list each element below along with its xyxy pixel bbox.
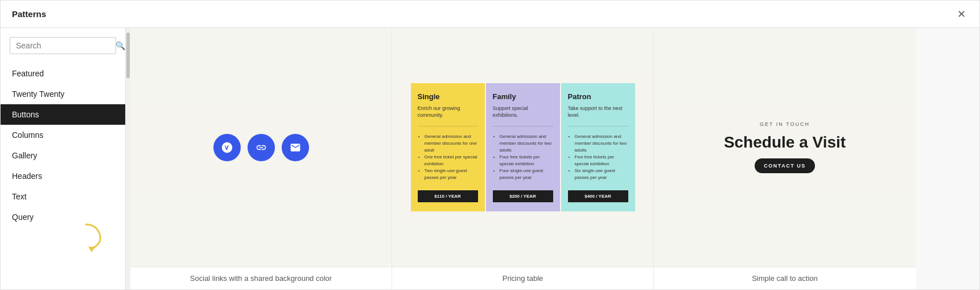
pricing-divider-single xyxy=(418,126,478,126)
main-content: Social links with a shared background co… xyxy=(130,28,979,289)
pattern-card-pricing[interactable]: Single Enrich our growing community. Gen… xyxy=(392,28,654,289)
modal-body: 🔍 Featured Twenty Twenty Buttons Columns… xyxy=(1,28,979,289)
feature-item: Six single-use guest passes per year xyxy=(575,168,628,181)
feature-item: Two single-use guest passes per year xyxy=(425,168,478,181)
pricing-price-patron: $400 / YEAR xyxy=(568,190,628,202)
modal-header: Patterns ✕ xyxy=(1,1,979,28)
email-social-btn xyxy=(282,134,309,161)
search-wrapper[interactable]: 🔍 xyxy=(10,37,116,54)
sidebar-item-headers[interactable]: Headers xyxy=(1,166,125,186)
patterns-modal: Patterns ✕ 🔍 Featured Twenty Twenty Butt… xyxy=(0,0,980,290)
social-links-preview xyxy=(130,100,392,195)
cta-inner: GET IN TOUCH Schedule a Visit CONTACT US xyxy=(724,121,846,173)
pricing-col-family: Family Support special exhibitions. Gene… xyxy=(486,83,560,211)
feature-item: Five free tickets per special exhibition xyxy=(575,154,628,168)
pattern-card-social-links[interactable]: Social links with a shared background co… xyxy=(130,28,392,289)
feature-item: General admission and member discounts f… xyxy=(575,133,628,154)
search-icon: 🔍 xyxy=(116,41,125,50)
pattern-label-social: Social links with a shared background co… xyxy=(130,267,392,289)
pricing-tagline-single: Enrich our growing community. xyxy=(418,105,478,119)
pricing-divider-family xyxy=(493,126,553,126)
pricing-col-single: Single Enrich our growing community. Gen… xyxy=(411,83,485,211)
close-button[interactable]: ✕ xyxy=(955,7,968,22)
pricing-table-preview: Single Enrich our growing community. Gen… xyxy=(392,72,653,222)
wordpress-social-btn xyxy=(213,134,241,161)
pricing-features-single: General admission and member discounts f… xyxy=(418,133,478,181)
pricing-tier-single: Single xyxy=(418,92,478,101)
pattern-preview-cta: GET IN TOUCH Schedule a Visit CONTACT US xyxy=(654,28,916,267)
sidebar: 🔍 Featured Twenty Twenty Buttons Columns… xyxy=(1,28,126,289)
sidebar-item-featured[interactable]: Featured xyxy=(1,63,125,84)
cta-heading: Schedule a Visit xyxy=(724,134,846,152)
pattern-card-cta[interactable]: GET IN TOUCH Schedule a Visit CONTACT US… xyxy=(654,28,916,289)
pricing-features-patron: General admission and member discounts f… xyxy=(568,133,628,181)
patterns-grid: Social links with a shared background co… xyxy=(130,28,916,289)
sidebar-item-gallery[interactable]: Gallery xyxy=(1,145,125,166)
cta-block-preview: GET IN TOUCH Schedule a Visit CONTACT US xyxy=(654,99,916,196)
pricing-price-family: $200 / YEAR xyxy=(493,190,553,202)
pricing-divider-patron xyxy=(568,126,628,126)
feature-item: General admission and member discounts f… xyxy=(425,133,478,154)
pricing-tier-patron: Patron xyxy=(568,92,628,101)
pattern-label-cta: Simple call to action xyxy=(654,267,916,289)
search-input[interactable] xyxy=(16,41,116,50)
arrow-decoration xyxy=(1,222,125,244)
sidebar-item-twenty-twenty[interactable]: Twenty Twenty xyxy=(1,84,125,104)
pricing-tier-family: Family xyxy=(493,92,553,101)
pattern-preview-social xyxy=(130,28,392,267)
cta-eyebrow: GET IN TOUCH xyxy=(760,121,810,127)
link-social-btn xyxy=(248,134,275,161)
scrollbar-track[interactable] xyxy=(126,28,130,289)
feature-item: Four free tickets per special exhibition xyxy=(500,154,553,168)
feature-item: One free ticket per special exhibition xyxy=(425,154,478,168)
modal-title: Patterns xyxy=(12,9,46,19)
feature-item: Four single-use guest passes per year xyxy=(500,168,553,181)
pricing-features-family: General admission and member discounts f… xyxy=(493,133,553,181)
sidebar-nav: Featured Twenty Twenty Buttons Columns G… xyxy=(1,63,125,227)
pricing-tagline-family: Support special exhibitions. xyxy=(493,105,553,119)
sidebar-item-text[interactable]: Text xyxy=(1,186,125,207)
pricing-col-patron: Patron Take support to the next level. G… xyxy=(561,83,635,211)
scrollbar-thumb[interactable] xyxy=(126,32,130,78)
pricing-tagline-patron: Take support to the next level. xyxy=(568,105,628,119)
cta-button: CONTACT US xyxy=(755,158,814,173)
svg-marker-0 xyxy=(88,247,95,252)
pricing-price-single: $110 / YEAR xyxy=(418,190,478,202)
pattern-label-pricing: Pricing table xyxy=(392,267,653,289)
arrow-icon xyxy=(80,222,109,253)
pattern-preview-pricing: Single Enrich our growing community. Gen… xyxy=(392,28,653,267)
feature-item: General admission and member discounts f… xyxy=(500,133,553,154)
sidebar-item-buttons[interactable]: Buttons xyxy=(1,104,125,125)
sidebar-item-columns[interactable]: Columns xyxy=(1,125,125,145)
